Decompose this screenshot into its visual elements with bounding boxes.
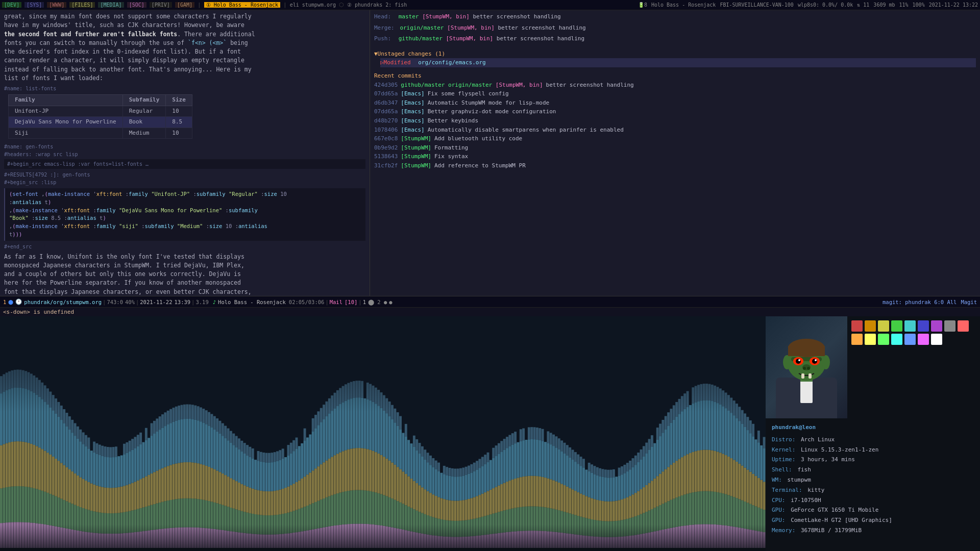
hash-10: 31cfb2f [374, 161, 398, 170]
tag-4: [Emacs] [401, 107, 424, 116]
commit-row-8: 0b9e9d2 [StumpWM] Formatting [374, 143, 976, 153]
info-wm: WM: stumpwm [772, 475, 974, 485]
svg-rect-8 [788, 346, 825, 356]
cpu-info: 11% [899, 2, 909, 8]
unstaged-modified: ▷Modified org/config/emacs.org [374, 58, 976, 67]
table-row: Siji Medium 10 [9, 128, 192, 139]
svg-point-6 [822, 355, 830, 369]
end-src: #+end_src [4, 243, 365, 251]
hash-7: 667e0c8 [374, 134, 398, 143]
font-subfamily: Book [122, 117, 166, 128]
info-memory: Memory: 3678MiB / 31799MiB [772, 525, 974, 536]
cpu-value: i7-10750H [791, 497, 821, 504]
msg-5: Better keybinds [428, 116, 478, 126]
active-window[interactable]: ① Holo Bass - Rosenjack [204, 2, 280, 8]
info-terminal: Terminal: kitty [772, 485, 974, 495]
kernel-label: Kernel: [772, 446, 795, 453]
code-block: (set-font ,(make-instance 'xft:font :fam… [4, 188, 365, 241]
swatch-6 [918, 320, 929, 332]
code-line-5: ,(make-instance 'xft:font :family "siji"… [9, 222, 361, 231]
push-value: github/master [StumpWM, bin] better scre… [399, 35, 584, 42]
msg-10: Add reference to StumpWM PR [434, 161, 526, 170]
tag-9: [StumpWM] [401, 152, 431, 161]
wm-label: WM: [772, 477, 782, 483]
font-name: DejaVu Sans Mono for Powerline [9, 117, 123, 128]
tag-files[interactable]: [FILES] [69, 2, 95, 8]
workspace-icon: ⬤ [8, 299, 13, 305]
head-label: Head: [374, 13, 391, 20]
zoom-level: 3.19 [195, 299, 208, 305]
tag-priv[interactable]: [PRIV] [150, 2, 172, 8]
commit-row-9: 5138643 [StumpWM] Fix syntax [374, 152, 976, 161]
memory-label: Memory: [772, 527, 795, 534]
swatch-13 [891, 334, 902, 345]
font-size: 8.5 [166, 117, 192, 128]
window1-label[interactable]: eli stumpwm.org [290, 2, 336, 8]
tag-dev[interactable]: [DEV] [2, 2, 21, 8]
tag-sys[interactable]: [SYS] [24, 2, 44, 8]
mail-count: [10] [345, 299, 357, 305]
swatch-16 [931, 334, 942, 345]
font-size: 10 [166, 128, 192, 139]
msg-3: Automatic StumpWM mode for lisp-mode [428, 98, 549, 108]
font-table: Family Subfamily Size Unifont-JP Regular… [8, 94, 192, 139]
tag-www[interactable]: [WWW] [47, 2, 66, 8]
msg-9: Fix syntax [434, 152, 468, 161]
para-2: have in my windows' title, such as CJK c… [4, 21, 365, 30]
tag-6: [Emacs] [401, 126, 424, 135]
paragraph-text: As far as I know, Unifont is the only fo… [4, 253, 365, 261]
swatch-7 [931, 320, 942, 332]
font-subfamily: Regular [122, 106, 166, 117]
date-display: 2021-11-22 [140, 299, 172, 305]
code-line-6: t))) [9, 231, 361, 239]
color-swatches [847, 316, 980, 418]
tag-soc[interactable]: [SOC] [127, 2, 146, 8]
font-subfamily: Medium [122, 128, 166, 139]
paragraph-text4: here for the Powerline separator. If you… [4, 279, 365, 287]
eth-info: ⇅ 11 [857, 2, 869, 8]
unstaged-header: ▼Unstaged changes (1) [374, 49, 976, 59]
avatar-area [766, 316, 980, 418]
svg-point-12 [796, 359, 801, 364]
col-subfamily: Subfamily [122, 95, 166, 106]
tag-media[interactable]: [MEDIA] [98, 2, 124, 8]
msg-2: Fix some flyspell config [428, 89, 509, 98]
info-username: phundrak@leon [772, 422, 974, 433]
hash-5: d48b270 [374, 116, 398, 126]
music-visualizer[interactable] [0, 316, 766, 551]
music-time: 02:05/03:06 [289, 299, 325, 305]
tag-7: [StumpWM] [401, 134, 431, 143]
info-kernel: Kernel: Linux 5.15.3-zen1-1-zen [772, 445, 974, 455]
table-row: DejaVu Sans Mono for Powerline Book 8.5 [9, 117, 192, 128]
font-name: Siji [9, 128, 123, 139]
magit-head: Head: master [StumpWM, bin] better scree… [374, 12, 976, 21]
code-line-4: "Book" :size 8.5 :antialias t) [9, 214, 361, 222]
svg-point-5 [783, 355, 791, 369]
window2-label[interactable]: ② phundraks 2: fish [347, 2, 407, 8]
memory-value: 3678MiB / 31799MiB [801, 527, 862, 534]
scrollbar[interactable] [0, 549, 766, 551]
mini-buffer: <s-down> is undefined [0, 307, 980, 316]
neofetch-panel: phundrak@leon Distro: Arch Linux Kernel:… [766, 316, 980, 551]
left-pane[interactable]: great, since my main font does not suppo… [0, 10, 370, 296]
gpu2-label: GPU: [772, 517, 786, 523]
msg-4: Better graphviz-dot mode configuration [428, 107, 556, 116]
music-note: ♪ [213, 299, 216, 305]
info-gpu1: GPU: GeForce GTX 1650 Ti Mobile [772, 505, 974, 515]
cpu-label: CPU: [772, 497, 786, 504]
network-info: wlp8s0: 0.0%/ 0.0k [798, 2, 853, 8]
hash-1: 424d305 [374, 81, 398, 90]
col-family: Family [9, 95, 123, 106]
gpu1-value: GeForce GTX 1650 Ti Mobile [791, 507, 878, 513]
commit-msg-1: better screenshot handling [546, 81, 634, 90]
right-pane[interactable]: Head: master [StumpWM, bin] better scree… [370, 10, 980, 296]
swatch-10 [851, 334, 863, 345]
swatch-5 [904, 320, 916, 332]
paragraph-text5: font that displays Japanese characters, … [4, 288, 365, 296]
wm-value: stumpwm [788, 477, 811, 483]
recent-commits-header: Recent commits [374, 71, 976, 81]
workspace-num: 1 [3, 299, 6, 305]
tag-gam[interactable]: [GAM] [175, 2, 194, 8]
hash-4: 07dd65a [374, 107, 398, 116]
hash-2: 07dd65a [374, 89, 398, 98]
